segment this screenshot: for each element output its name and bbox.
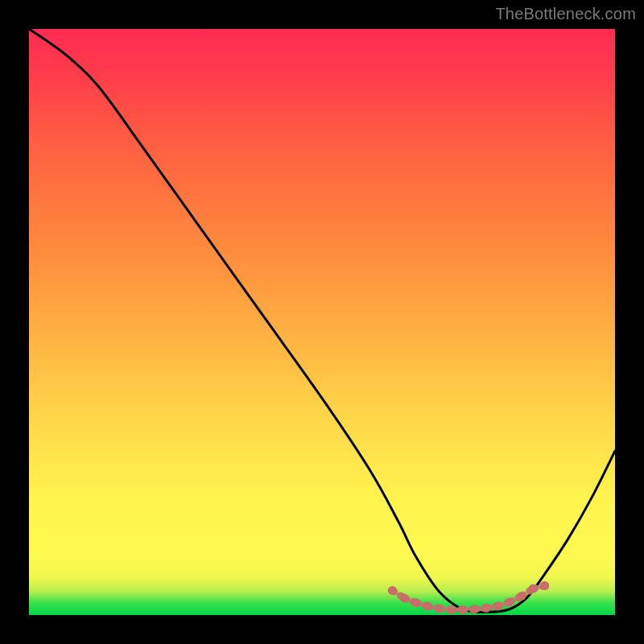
- dotted-band-point: [423, 602, 432, 611]
- dotted-band-point: [517, 592, 526, 601]
- dotted-band-point: [505, 597, 514, 606]
- dotted-band-point: [481, 604, 490, 613]
- chart-frame: TheBottleneck.com: [0, 0, 644, 644]
- dotted-band: [388, 581, 549, 614]
- dotted-band-point: [529, 584, 538, 593]
- dotted-band-point: [447, 605, 456, 614]
- dotted-band-point: [399, 593, 408, 602]
- dotted-band-point: [458, 605, 467, 614]
- plot-area: [29, 29, 615, 615]
- dotted-band-outlier: [540, 581, 549, 590]
- dotted-band-point: [411, 598, 420, 607]
- dotted-band-point: [470, 605, 479, 613]
- dotted-band-point: [493, 602, 502, 611]
- dotted-band-point: [388, 586, 397, 595]
- curve-layer: [29, 29, 615, 615]
- bottleneck-curve: [29, 29, 615, 612]
- dotted-band-point: [435, 604, 444, 613]
- watermark-text: TheBottleneck.com: [495, 5, 636, 23]
